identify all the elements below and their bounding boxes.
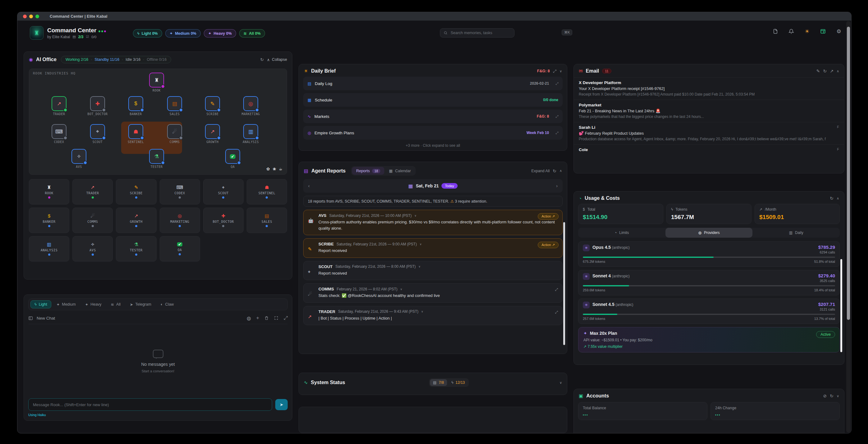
usage-refresh-icon[interactable]: ↻ [830, 196, 834, 201]
office-desk-avs[interactable]: ✧AVS [65, 149, 93, 169]
report-card-trader[interactable]: ↗TRADERSaturday, February 21st, 2026 — 9… [303, 306, 563, 326]
office-desk-scribe[interactable]: ✎SCRIBE [198, 96, 226, 116]
minimize-window-button[interactable] [29, 14, 33, 18]
system-chevron-down-icon[interactable]: ∨ [559, 381, 562, 385]
mode-badge-all-0[interactable]: ≋All 0% [239, 29, 265, 38]
office-desk-codex[interactable]: ⌨CODEX [45, 124, 73, 144]
agent-card-rook[interactable]: ♜ROOK [29, 179, 69, 204]
email-row-x-developer-platform[interactable]: X Developer PlatformYour X Developer Pla… [574, 77, 844, 100]
window-scrollbar[interactable] [846, 21, 850, 433]
expand-icon[interactable]: ⤢ [555, 114, 558, 118]
provider-row-sonnet-4[interactable]: ✳Sonnet 4 (anthropic)$279.403525 calls25… [578, 270, 840, 295]
brief-row-empire-growth-plans[interactable]: ◎Empire Growth PlansWeek Feb 10⤢ [303, 126, 563, 140]
usage-tab-limits[interactable]: ◔Limits [578, 228, 665, 238]
report-card-comms[interactable]: ☄COMMSFebruary 21, 2026 — 8:02 AM (PST)∨… [303, 283, 563, 303]
office-desk-tester[interactable]: ⚗TESTER [143, 149, 170, 169]
reports-refresh-icon[interactable]: ↻ [553, 169, 556, 173]
close-window-button[interactable] [23, 14, 27, 18]
agent-card-bot-doctor[interactable]: ✚BOT_DOCTOR [203, 208, 244, 233]
brief-row-markets[interactable]: ∿MarketsF&G: 8⤢ [303, 109, 563, 123]
search-bar[interactable] [440, 28, 515, 38]
agent-card-qa[interactable]: ✔QA [160, 236, 200, 262]
email-row-sarah-li[interactable]: Sarah LiF💕 February Replit Product Updat… [574, 122, 844, 145]
hide-balances-eye-icon[interactable]: ⊘ [823, 394, 827, 399]
brief-row-daily-log[interactable]: ▤Daily Log2026-02-21⤢ [303, 77, 563, 90]
agent-card-comms[interactable]: ☄COMMS [72, 208, 113, 233]
agent-card-scribe[interactable]: ✎SCRIBE [116, 179, 156, 204]
report-chevron-down-icon[interactable]: ∨ [420, 243, 422, 246]
account-tile-total-balance[interactable]: Total Balance••• [578, 402, 707, 420]
office-desk-sales[interactable]: ▤SALES [161, 96, 189, 116]
office-desk-qa[interactable]: ✔QA [219, 149, 247, 169]
next-day-chevron[interactable]: › [556, 183, 558, 188]
report-chevron-down-icon[interactable]: ∨ [414, 214, 416, 217]
report-chevron-down-icon[interactable]: ∨ [421, 310, 424, 313]
agent-card-growth[interactable]: ↗GROWTH [116, 208, 156, 233]
email-row-polymarket[interactable]: PolymarketFeb 21 - Breaking News in The … [574, 100, 844, 122]
office-desk-marketing[interactable]: ◎MARKETING [237, 96, 265, 116]
max-plan-card[interactable]: ✦ Max 20x Plan API value: ~$1509.01 • Yo… [578, 327, 840, 352]
agent-card-banker[interactable]: $BANKER [29, 208, 69, 233]
tab-reports[interactable]: Reports 18 [352, 167, 384, 175]
provider-row-opus-4-5[interactable]: ✳Opus 4.5 (anthropic)$785.296294 calls67… [578, 241, 840, 267]
send-button[interactable]: ➤ [275, 399, 288, 410]
new-chat-plus-icon[interactable]: + [256, 315, 259, 321]
model-in-use-label[interactable]: Using Haiku [28, 413, 288, 417]
report-expand-icon[interactable]: ⤢ [555, 310, 558, 314]
office-refresh-icon[interactable]: ↻ [260, 57, 264, 62]
agent-card-sales[interactable]: ▤SALES [247, 208, 287, 233]
agent-card-tester[interactable]: ⚗TESTER [116, 236, 156, 262]
chat-tab-telegram[interactable]: ➤Telegram [126, 300, 155, 309]
brief-row-schedule[interactable]: ▦Schedule0/0 done [303, 93, 563, 107]
mode-badge-medium-0[interactable]: ✦Medium 0% [165, 29, 201, 38]
email-chevron-up-icon[interactable]: ∧ [837, 69, 839, 73]
expand-icon[interactable]: ⤢ [555, 81, 558, 86]
report-card-scout[interactable]: ⌖SCOUTSaturday, February 21st, 2026 — 8:… [303, 261, 563, 280]
agent-card-sentinel[interactable]: ☗SENTINEL [247, 179, 287, 204]
agent-card-avs[interactable]: ✧AVS [72, 236, 113, 262]
fullscreen-icon[interactable] [274, 316, 278, 320]
settings-gear-icon[interactable]: ⚙ [836, 28, 842, 34]
chat-tab-claw[interactable]: ◐Claw [157, 300, 178, 308]
mode-badge-heavy-0[interactable]: ✦Heavy 0% [204, 29, 236, 38]
agent-card-analysis[interactable]: ▥ANALYSIS [29, 236, 69, 262]
brief-footer[interactable]: +3 more · Click expand to see all [299, 143, 567, 148]
search-input[interactable] [450, 30, 511, 35]
brief-expand-icon[interactable]: ⤢ [553, 69, 556, 74]
zoom-window-button[interactable] [35, 14, 39, 18]
agent-card-codex[interactable]: ⌨CODEX [160, 179, 200, 204]
reports-chevron-up-icon[interactable]: ∧ [559, 169, 562, 173]
delete-chat-trash-icon[interactable] [265, 316, 269, 320]
theme-sun-icon[interactable]: ☀ [804, 28, 810, 34]
chat-tab-light[interactable]: ϟLight [30, 300, 51, 308]
usage-tab-providers[interactable]: ◍Providers [665, 228, 753, 238]
mode-badge-light-0[interactable]: ϟLight 0% [133, 29, 162, 38]
usage-tab-daily[interactable]: ▥Daily [752, 228, 840, 238]
office-desk-analysis[interactable]: ▥ANALYSIS [237, 124, 265, 144]
expand-icon[interactable]: ⤢ [555, 131, 558, 135]
agent-card-trader[interactable]: ↗TRADER [72, 179, 113, 204]
report-chevron-down-icon[interactable]: ∨ [400, 287, 402, 291]
agent-card-scout[interactable]: ⌖SCOUT [203, 179, 244, 204]
agent-card-marketing[interactable]: ◎MARKETING [160, 208, 200, 233]
sidebar-toggle-icon[interactable] [28, 316, 33, 320]
action-badge[interactable]: Action ↗ [538, 213, 559, 220]
action-badge[interactable]: Action ↗ [538, 242, 559, 248]
office-floor-map[interactable]: ROOK INDUSTRIES HQ ✿❀☕ ♜ROOK↗TRADER✚BOT_… [29, 69, 287, 175]
accounts-chevron-down-icon[interactable]: ∨ [837, 394, 839, 398]
model-icon[interactable]: ◍ [247, 315, 251, 321]
popout-icon[interactable]: ⤢ [284, 315, 288, 321]
office-collapse-button[interactable]: ∧ Collapse [267, 58, 287, 62]
accounts-refresh-icon[interactable]: ↻ [830, 394, 834, 399]
office-desk-trader[interactable]: ↗TRADER [45, 96, 73, 116]
notifications-bell-icon[interactable] [788, 28, 794, 34]
chat-tab-heavy[interactable]: ✦Heavy [81, 300, 105, 309]
compose-icon[interactable]: ✎ [816, 69, 820, 73]
app-logo[interactable]: ♜ [30, 26, 43, 40]
document-icon[interactable] [772, 28, 778, 34]
reports-scrollbar[interactable] [563, 222, 565, 345]
account-tile-24h-change[interactable]: 24h Change••• [711, 402, 840, 420]
chat-tab-medium[interactable]: ✦Medium [53, 300, 80, 309]
report-card-avs[interactable]: 🤖AVSSaturday, February 21st, 2026 — 10:0… [303, 210, 563, 235]
email-row-cole[interactable]: ColeF [574, 145, 844, 155]
